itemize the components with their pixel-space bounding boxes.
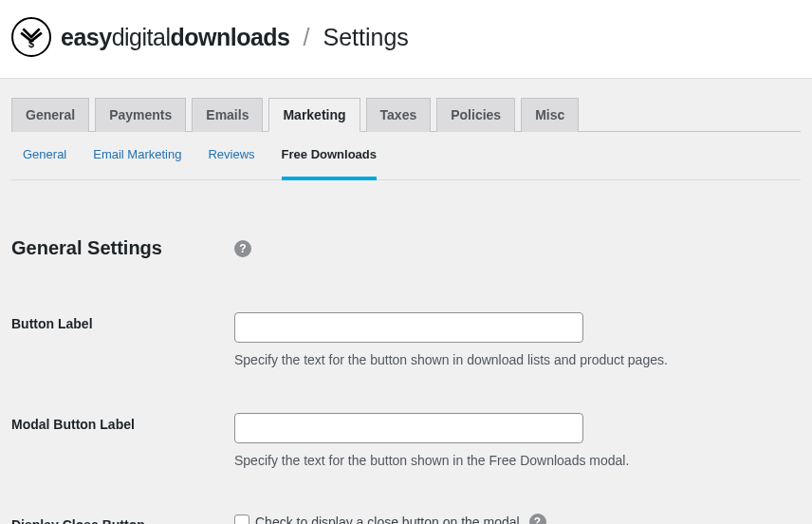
display-close-label: Display Close Button [11,514,234,524]
section-heading-row: General Settings ? [11,237,801,259]
tab-emails[interactable]: Emails [192,98,263,132]
breadcrumb-separator: / [304,24,310,51]
section-title: General Settings [11,237,162,258]
brand-logo: $ [11,17,51,57]
subtab-reviews[interactable]: Reviews [208,147,254,180]
subtab-email-marketing[interactable]: Email Marketing [93,147,181,180]
brand-name: easydigitaldownloads [61,24,290,51]
button-label-row: Button Label Specify the text for the bu… [11,312,801,367]
help-icon[interactable]: ? [234,240,251,257]
button-label-input[interactable] [234,312,583,343]
modal-button-label-row: Modal Button Label Specify the text for … [11,413,801,468]
button-label-label: Button Label [11,312,234,331]
subtab-free-downloads[interactable]: Free Downloads [282,147,377,180]
modal-button-label-help: Specify the text for the button shown in… [234,453,801,468]
tab-taxes[interactable]: Taxes [366,98,432,132]
tab-payments[interactable]: Payments [95,98,186,132]
tab-policies[interactable]: Policies [436,98,515,132]
edd-logo-icon: $ [19,25,44,49]
settings-form: General Settings ? Button Label Specify … [11,180,801,524]
page-header: $ easydigitaldownloads / Settings [0,0,812,79]
page-title: Settings [323,24,408,51]
subtab-general[interactable]: General [23,147,66,180]
svg-text:$: $ [28,38,34,49]
secondary-tabs: General Email Marketing Reviews Free Dow… [11,132,801,180]
tab-marketing[interactable]: Marketing [268,98,360,132]
tab-general[interactable]: General [11,98,89,132]
modal-button-label-label: Modal Button Label [11,413,234,432]
help-icon[interactable]: ? [529,514,546,524]
display-close-checkbox-label: Check to display a close button on the m… [255,515,524,524]
display-close-row: Display Close Button Check to display a … [11,514,801,524]
primary-tabs: General Payments Emails Marketing Taxes … [11,79,801,132]
tab-misc[interactable]: Misc [521,98,579,132]
display-close-checkbox[interactable] [234,515,249,524]
modal-button-label-input[interactable] [234,413,583,443]
button-label-help: Specify the text for the button shown in… [234,352,801,367]
